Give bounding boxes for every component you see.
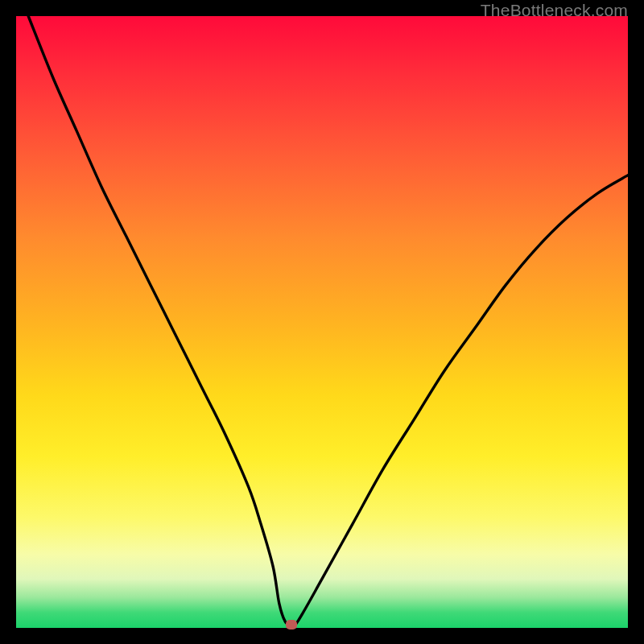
- minimum-marker: [286, 620, 297, 630]
- watermark-text: TheBottleneck.com: [481, 1, 628, 20]
- bottleneck-curve: [16, 16, 628, 628]
- chart-frame: TheBottleneck.com: [0, 0, 644, 644]
- curve-path: [28, 16, 628, 626]
- plot-area: [16, 16, 628, 628]
